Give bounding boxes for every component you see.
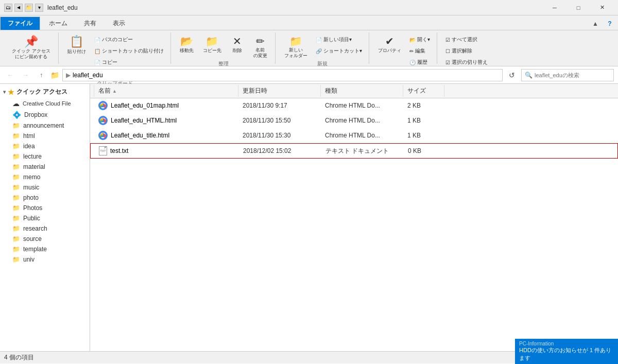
sidebar-item-dropbox[interactable]: 💠 Dropbox xyxy=(0,109,90,120)
delete-icon: ✕ xyxy=(233,35,242,47)
file-date: 2018/11/30 9:17 xyxy=(238,101,321,110)
sidebar-item-lecture[interactable]: 📁 lecture xyxy=(0,151,90,162)
col-header-date[interactable]: 更新日時 xyxy=(238,85,321,97)
history-button[interactable]: 🕐 履歴 xyxy=(407,57,433,67)
sidebar-item-idea[interactable]: 📁 idea xyxy=(0,141,90,151)
open-button[interactable]: 📂 開く▾ xyxy=(407,34,433,45)
file-name-cell: Leaflet_edu_HTML.html xyxy=(94,115,238,126)
dropdown-icon[interactable]: ▾ xyxy=(35,4,43,12)
new-item-button[interactable]: 📄 新しい項目▾ xyxy=(313,34,365,45)
tab-share[interactable]: 共有 xyxy=(76,16,104,30)
col-header-size[interactable]: サイズ xyxy=(403,85,444,97)
copy-path-button[interactable]: 📄 パスのコピー xyxy=(92,34,166,45)
maximize-button[interactable]: □ xyxy=(566,0,590,15)
sidebar-item-music[interactable]: 📁 music xyxy=(0,182,90,193)
search-icon: 🔍 xyxy=(525,72,533,79)
deselect-button[interactable]: ☐ 選択解除 xyxy=(443,46,490,56)
move-button[interactable]: 📂 移動先 xyxy=(176,33,197,59)
ribbon-group-new: 📁 新しいフォルダー 📄 新しい項目▾ 🔗 ショートカット▾ 新規 xyxy=(277,32,369,64)
file-list-body: Leaflet_edu_01map.html 2018/11/30 9:17 C… xyxy=(90,98,618,351)
notification-title: PC-Information xyxy=(519,341,614,346)
table-row[interactable]: Leaflet_edu_01map.html 2018/11/30 9:17 C… xyxy=(90,98,618,113)
folder-icon-lecture: 📁 xyxy=(12,153,20,160)
ribbon-collapse-button[interactable]: ▲ xyxy=(589,18,602,30)
new-item-icon: 📄 xyxy=(316,37,322,43)
sidebar-item-source[interactable]: 📁 source xyxy=(0,234,90,244)
quick-access-icon[interactable]: ◀ xyxy=(14,4,23,12)
title-bar: 🗂 ◀ 📁 ▾ leaflet_edu ─ □ ✕ xyxy=(0,0,618,15)
sidebar-item-public[interactable]: 📁 Public xyxy=(0,213,90,223)
copy-icon: 📄 xyxy=(94,60,100,65)
system-icon[interactable]: 🗂 xyxy=(4,4,12,12)
folder-icon[interactable]: 📁 xyxy=(25,4,33,12)
new-buttons: 📁 新しいフォルダー 📄 新しい項目▾ 🔗 ショートカット▾ xyxy=(281,33,365,59)
quick-access-header[interactable]: ▾ ★ クイック アクセス xyxy=(0,86,90,98)
rename-button[interactable]: ✏ 名前の変更 xyxy=(250,33,271,59)
notification-popup[interactable]: PC-Information HDDの使い方のお知らせが 1 件あります xyxy=(515,339,618,364)
ribbon-group-select: ☑ すべて選択 ☐ 選択解除 ☑ 選択の切り替え 選択 xyxy=(438,32,495,64)
notification-text: HDDの使い方のお知らせが 1 件あります xyxy=(519,346,614,362)
shortcut-icon: 🔗 xyxy=(316,48,322,54)
sidebar-item-template[interactable]: 📁 template xyxy=(0,244,90,254)
new-folder-icon: 📁 xyxy=(289,35,302,47)
table-row[interactable]: Leaflet_edu_HTML.html 2018/11/30 15:50 C… xyxy=(90,113,618,128)
sidebar-item-html[interactable]: 📁 html xyxy=(0,131,90,141)
refresh-button[interactable]: ↺ xyxy=(506,69,518,81)
sidebar: ▾ ★ クイック アクセス ☁ Creative Cloud File 💠 Dr… xyxy=(0,84,90,351)
creative-cloud-icon: ☁ xyxy=(12,99,20,108)
search-input[interactable] xyxy=(535,72,610,78)
invert-selection-button[interactable]: ☑ 選択の切り替え xyxy=(443,57,490,67)
sidebar-item-univ[interactable]: 📁 univ xyxy=(0,254,90,265)
delete-button[interactable]: ✕ 削除 xyxy=(227,33,248,59)
file-size: 1 KB xyxy=(403,116,444,125)
quick-access-label: クイック アクセス xyxy=(16,88,67,96)
col-header-type[interactable]: 種類 xyxy=(321,85,403,97)
sidebar-item-material[interactable]: 📁 material xyxy=(0,162,90,172)
sidebar-item-photos[interactable]: 📁 Photos xyxy=(0,203,90,213)
sidebar-item-label: material xyxy=(23,163,45,170)
sidebar-item-memo[interactable]: 📁 memo xyxy=(0,172,90,182)
copy-button[interactable]: 📄 コピー xyxy=(92,57,166,67)
table-row[interactable]: Leaflet_edu_title.html 2018/11/30 15:30 … xyxy=(90,128,618,143)
sidebar-item-creative-cloud[interactable]: ☁ Creative Cloud File xyxy=(0,98,90,109)
address-path[interactable]: ▶ leaflet_edu xyxy=(62,69,503,81)
file-name: Leaflet_edu_HTML.html xyxy=(111,117,177,124)
deselect-icon: ☐ xyxy=(445,48,450,54)
file-date: 2018/11/30 15:50 xyxy=(238,116,321,125)
copy-to-button[interactable]: 📁 コピー先 xyxy=(199,33,225,59)
properties-icon: ✔ xyxy=(385,35,394,47)
select-all-button[interactable]: ☑ すべて選択 xyxy=(443,34,490,45)
chrome-icon xyxy=(98,101,108,110)
shortcut-button[interactable]: 🔗 ショートカット▾ xyxy=(313,46,365,56)
up-button[interactable]: ↑ xyxy=(35,69,47,81)
tab-view[interactable]: 表示 xyxy=(105,16,133,30)
sidebar-item-photo[interactable]: 📁 photo xyxy=(0,193,90,203)
sidebar-item-label: memo xyxy=(23,174,40,181)
col-header-name[interactable]: 名前 ▲ xyxy=(94,85,238,97)
file-size: 1 KB xyxy=(403,131,444,140)
back-button[interactable]: ← xyxy=(4,69,16,81)
pin-button[interactable]: 📌 クイック アクセスにピン留めする xyxy=(8,33,54,59)
tab-home[interactable]: ホーム xyxy=(41,16,75,30)
properties-button[interactable]: ✔ プロパティ xyxy=(374,33,405,59)
file-size: 0 KB xyxy=(404,146,445,155)
open-sub-buttons: 📂 開く▾ ✏ 編集 🕐 履歴 xyxy=(407,33,433,67)
new-folder-button[interactable]: 📁 新しいフォルダー xyxy=(281,33,311,59)
paste-button[interactable]: 📋 貼り付け xyxy=(64,33,90,59)
tab-file[interactable]: ファイル xyxy=(0,16,40,30)
help-button[interactable]: ? xyxy=(604,18,616,30)
sidebar-item-label: research xyxy=(23,225,47,232)
forward-button[interactable]: → xyxy=(20,69,32,81)
folder-icon-idea: 📁 xyxy=(12,143,20,150)
chevron-down-icon: ▾ xyxy=(3,89,6,95)
ribbon-tabs: ファイル ホーム 共有 表示 ▲ ? xyxy=(0,15,618,30)
copy-path-icon: 📄 xyxy=(94,37,100,43)
close-button[interactable]: ✕ xyxy=(590,0,614,15)
edit-button[interactable]: ✏ 編集 xyxy=(407,46,433,56)
paste-shortcut-button[interactable]: 📋 ショートカットの貼り付け xyxy=(92,46,166,56)
sidebar-item-label: Creative Cloud File xyxy=(23,100,71,107)
table-row[interactable]: TXT test.txt 2018/12/02 15:02 テキスト ドキュメン… xyxy=(90,143,618,159)
sidebar-item-announcement[interactable]: 📁 announcement xyxy=(0,120,90,131)
sidebar-item-research[interactable]: 📁 research xyxy=(0,223,90,234)
minimize-button[interactable]: ─ xyxy=(543,0,566,15)
